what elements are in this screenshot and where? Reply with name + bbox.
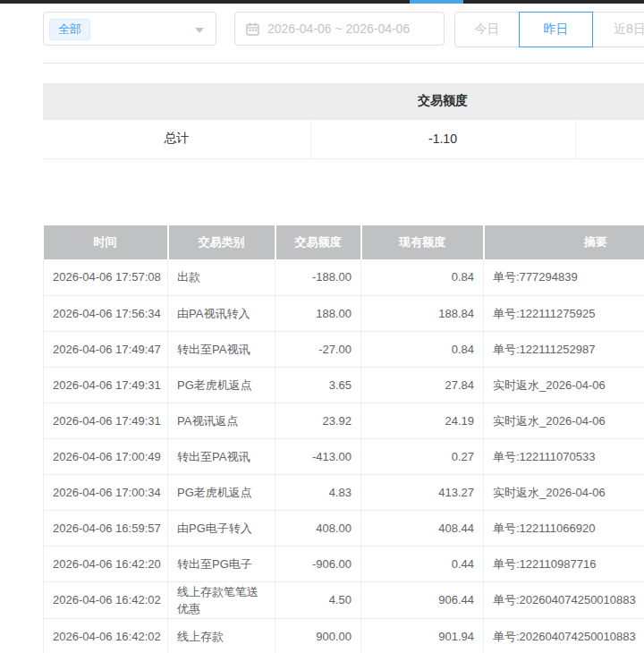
cell-amount: 4.83	[275, 474, 361, 510]
top-progress-bar	[0, 0, 644, 4]
cell-type: 转出至PA视讯	[168, 438, 275, 474]
cell-amount: 4.50	[275, 581, 361, 618]
quick-filter-button-1[interactable]: 今日	[454, 12, 520, 47]
summary-total-label: 总计	[43, 119, 310, 158]
cell-summary: 实时返水_2026-04-06	[484, 474, 644, 510]
cell-balance: 413.27	[361, 474, 484, 510]
table-row: 2026-04-06 17:49:31PG老虎机返点3.6527.84实时返水_…	[44, 367, 644, 403]
quick-filter-button-2[interactable]: 昨日	[519, 12, 593, 47]
cell-summary: 单号:202604074250010883	[484, 581, 644, 618]
cell-time: 2026-04-06 17:49:47	[44, 331, 168, 367]
cell-type: 线上存款	[168, 618, 275, 653]
progress-indicator	[410, 0, 463, 4]
cell-amount: 408.00	[275, 510, 361, 546]
cell-balance: 188.84	[361, 295, 484, 331]
cell-type: 出款	[168, 259, 275, 295]
cell-amount: 188.00	[275, 295, 361, 331]
transactions-body: 2026-04-06 17:57:08出款-188.000.84单号:77729…	[44, 259, 644, 653]
cell-type: PG老虎机返点	[168, 474, 275, 510]
transactions-header-row: 时间交易类别交易额度现有额度摘要	[44, 225, 644, 259]
cell-summary: 实时返水_2026-04-06	[484, 403, 644, 438]
cell-type: 转出至PG电子	[168, 546, 275, 581]
cell-amount: 3.65	[275, 367, 361, 403]
cell-time: 2026-04-06 17:57:08	[44, 259, 168, 295]
cell-amount: -27.00	[275, 331, 361, 367]
date-range-value: 2026-04-06 ~ 2026-04-06	[267, 21, 410, 36]
table-row: 2026-04-06 16:42:02线上存款笔笔送优惠4.50906.44单号…	[44, 581, 644, 618]
date-range-picker[interactable]: 2026-04-06 ~ 2026-04-06	[234, 12, 445, 46]
cell-balance: 0.84	[361, 331, 484, 367]
cell-summary: 实时返水_2026-04-06	[484, 367, 644, 403]
quick-filter-group: 今日昨日近8日	[454, 12, 644, 47]
cell-summary: 单号:202604074250010883	[484, 618, 644, 653]
summary-total-row: 总计 -1.10	[43, 119, 644, 158]
cell-type: 由PA视讯转入	[168, 295, 275, 331]
table-row: 2026-04-06 17:49:31PA视讯返点23.9224.19实时返水_…	[44, 403, 644, 438]
cell-amount: 23.92	[275, 403, 361, 438]
cell-summary: 单号:122111252987	[484, 331, 644, 367]
selected-category-tag: 全部	[49, 19, 90, 40]
transactions-table: 时间交易类别交易额度现有额度摘要 2026-04-06 17:57:08出款-1…	[43, 225, 644, 653]
cell-time: 2026-04-06 17:00:34	[44, 474, 168, 510]
cell-balance: 0.27	[361, 438, 484, 474]
cell-summary: 单号:122111070533	[484, 438, 644, 474]
chevron-down-icon	[195, 28, 204, 33]
cell-time: 2026-04-06 16:59:57	[44, 510, 168, 546]
table-row: 2026-04-06 16:59:57由PG电子转入408.00408.44单号…	[44, 510, 644, 546]
cell-balance: 27.84	[361, 367, 484, 403]
cell-summary: 单号:122111275925	[484, 295, 644, 331]
summary-total-value: -1.10	[310, 119, 575, 158]
cell-balance: 901.94	[361, 618, 484, 653]
filter-bar: 全部 2026-04-06 ~ 2026-04-06 今日昨日近8日	[43, 12, 644, 47]
summary-table: 交易额度 总计 -1.10	[43, 83, 644, 159]
cell-balance: 0.44	[361, 546, 484, 581]
cell-summary: 单号:122111066920	[484, 510, 644, 546]
section-divider	[43, 63, 644, 64]
summary-header-row: 交易额度	[43, 83, 644, 119]
summary-total-clipped	[575, 119, 644, 158]
cell-balance: 0.84	[361, 259, 484, 295]
quick-filter-button-3[interactable]: 近8日	[592, 12, 644, 47]
table-row: 2026-04-06 17:57:08出款-188.000.84单号:77729…	[44, 259, 644, 295]
column-header: 摘要	[484, 225, 644, 259]
cell-amount: 900.00	[275, 618, 361, 653]
cell-balance: 906.44	[361, 581, 484, 618]
cell-time: 2026-04-06 17:49:31	[44, 403, 168, 438]
cell-summary: 单号:122110987716	[484, 546, 644, 581]
summary-header-empty	[43, 83, 310, 119]
column-header: 交易类别	[168, 225, 275, 259]
table-row: 2026-04-06 17:00:49转出至PA视讯-413.000.27单号:…	[44, 438, 644, 474]
summary-header-clipped	[575, 83, 644, 119]
cell-amount: -906.00	[275, 546, 361, 581]
table-row: 2026-04-06 17:56:34由PA视讯转入188.00188.84单号…	[44, 295, 644, 331]
summary-header-amount: 交易额度	[310, 83, 575, 119]
cell-balance: 408.44	[361, 510, 484, 546]
table-row: 2026-04-06 17:49:47转出至PA视讯-27.000.84单号:1…	[44, 331, 644, 367]
cell-time: 2026-04-06 17:49:31	[44, 367, 168, 403]
cell-type: 转出至PA视讯	[168, 331, 275, 367]
cell-time: 2026-04-06 16:42:20	[44, 546, 168, 581]
table-row: 2026-04-06 16:42:20转出至PG电子-906.000.44单号:…	[44, 546, 644, 581]
cell-amount: -188.00	[275, 259, 361, 295]
category-select[interactable]: 全部	[43, 12, 216, 46]
cell-balance: 24.19	[361, 403, 484, 438]
cell-time: 2026-04-06 17:56:34	[44, 295, 168, 331]
column-header: 时间	[44, 225, 168, 259]
cell-time: 2026-04-06 16:42:02	[44, 618, 168, 653]
table-row: 2026-04-06 16:42:02线上存款900.00901.94单号:20…	[44, 618, 644, 653]
cell-time: 2026-04-06 16:42:02	[44, 581, 168, 618]
calendar-icon	[246, 22, 259, 36]
cell-type: PA视讯返点	[168, 403, 275, 438]
cell-time: 2026-04-06 17:00:49	[44, 438, 168, 474]
column-header: 现有额度	[361, 225, 484, 259]
cell-type: PG老虎机返点	[168, 367, 275, 403]
cell-amount: -413.00	[275, 438, 361, 474]
table-row: 2026-04-06 17:00:34PG老虎机返点4.83413.27实时返水…	[44, 474, 644, 510]
column-header: 交易额度	[275, 225, 361, 259]
cell-type: 线上存款笔笔送优惠	[168, 581, 275, 618]
cell-type: 由PG电子转入	[168, 510, 275, 546]
cell-summary: 单号:777294839	[484, 259, 644, 295]
